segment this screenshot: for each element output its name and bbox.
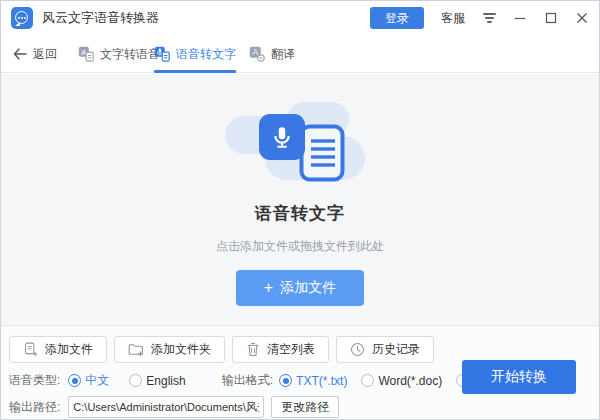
plus-icon: + bbox=[264, 280, 273, 296]
tab-translate[interactable]: A 翻译 bbox=[249, 35, 295, 73]
radio-english[interactable]: English bbox=[129, 374, 185, 388]
toolbar-add-folder-button[interactable]: 添加文件夹 bbox=[114, 336, 225, 363]
tab-label: 翻译 bbox=[271, 46, 295, 63]
clock-icon bbox=[350, 342, 365, 357]
radio-icon bbox=[129, 374, 142, 387]
radio-label: Word(*.doc) bbox=[378, 374, 442, 388]
minimize-icon bbox=[514, 12, 526, 24]
tab-text-to-speech[interactable]: A 文字转语音 bbox=[78, 35, 160, 73]
document-icon bbox=[299, 124, 345, 186]
radio-icon bbox=[361, 374, 374, 387]
trash-icon bbox=[246, 342, 260, 357]
titlebar-actions: 登录 客服 bbox=[370, 7, 589, 29]
menu-icon[interactable] bbox=[482, 13, 496, 23]
tab-label: 语音转文字 bbox=[176, 46, 236, 63]
radio-label: 中文 bbox=[85, 372, 109, 389]
dropzone-hint: 点击添加文件或拖拽文件到此处 bbox=[1, 238, 599, 255]
maximize-icon bbox=[545, 12, 557, 24]
output-path-label: 输出路径: bbox=[9, 399, 60, 416]
back-label: 返回 bbox=[33, 46, 57, 63]
microphone-icon bbox=[259, 114, 305, 160]
tab-label: 文字转语音 bbox=[100, 46, 160, 63]
speech-to-text-icon bbox=[154, 46, 170, 62]
folder-plus-icon bbox=[128, 342, 144, 357]
radio-label: TXT(*.txt) bbox=[296, 374, 347, 388]
minimize-button[interactable] bbox=[513, 11, 527, 25]
toolbar-button-label: 清空列表 bbox=[267, 341, 315, 358]
close-button[interactable] bbox=[575, 11, 589, 25]
radio-format-doc[interactable]: Word(*.doc) bbox=[361, 374, 442, 388]
output-path-row: 输出路径: 更改路径 bbox=[9, 396, 339, 418]
back-arrow-icon bbox=[13, 48, 27, 60]
close-icon bbox=[576, 12, 588, 24]
add-file-label: 添加文件 bbox=[280, 279, 336, 297]
titlebar: 风云文字语音转换器 登录 客服 bbox=[1, 1, 599, 35]
customer-support-link[interactable]: 客服 bbox=[441, 10, 465, 27]
toolbar-add-file-button[interactable]: 添加文件 bbox=[9, 336, 107, 363]
change-path-button[interactable]: 更改路径 bbox=[271, 396, 339, 418]
file-plus-icon bbox=[23, 342, 38, 357]
radio-label: English bbox=[146, 374, 185, 388]
text-to-speech-icon: A bbox=[78, 46, 94, 62]
radio-format-txt[interactable]: TXT(*.txt) bbox=[279, 374, 347, 388]
add-file-button[interactable]: + 添加文件 bbox=[236, 270, 364, 306]
toolbar-button-label: 添加文件夹 bbox=[151, 341, 211, 358]
toolbar-button-label: 历史记录 bbox=[372, 341, 420, 358]
app-title: 风云文字语音转换器 bbox=[42, 9, 159, 27]
app-window: 风云文字语音转换器 登录 客服 返回 A bbox=[0, 0, 600, 420]
dropzone[interactable]: 语音转文字 点击添加文件或拖拽文件到此处 + 添加文件 bbox=[1, 74, 599, 325]
radio-icon bbox=[68, 374, 81, 387]
speech-to-text-illustration bbox=[225, 100, 375, 188]
back-button[interactable]: 返回 bbox=[13, 35, 57, 73]
output-format-label: 输出格式: bbox=[222, 372, 273, 389]
login-button[interactable]: 登录 bbox=[370, 7, 424, 29]
clear-list-button[interactable]: 清空列表 bbox=[232, 336, 329, 363]
tab-speech-to-text[interactable]: 语音转文字 bbox=[154, 35, 236, 73]
bottom-panel: 添加文件 添加文件夹 清空列表 bbox=[1, 325, 599, 420]
history-button[interactable]: 历史记录 bbox=[336, 336, 434, 363]
svg-text:A: A bbox=[252, 47, 258, 57]
maximize-button[interactable] bbox=[544, 11, 558, 25]
translate-icon: A bbox=[249, 46, 265, 62]
file-toolbar: 添加文件 添加文件夹 清空列表 bbox=[9, 336, 434, 363]
radio-icon bbox=[279, 374, 292, 387]
voice-type-label: 语音类型: bbox=[9, 372, 60, 389]
toolbar-button-label: 添加文件 bbox=[45, 341, 93, 358]
nav-bar: 返回 A 文字转语音 语音转文字 bbox=[1, 35, 599, 73]
radio-chinese[interactable]: 中文 bbox=[68, 372, 109, 389]
output-path-input[interactable] bbox=[68, 396, 264, 418]
start-convert-button[interactable]: 开始转换 bbox=[462, 360, 576, 394]
dropzone-title: 语音转文字 bbox=[1, 202, 599, 225]
app-logo-icon bbox=[11, 7, 33, 29]
